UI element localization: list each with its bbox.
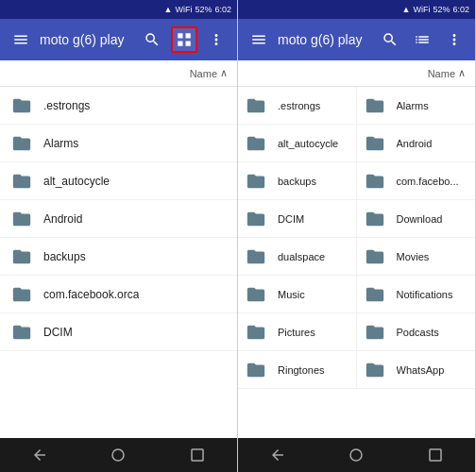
file-name: .estrongs [43,99,90,112]
grid-item[interactable]: Notifications [357,276,476,313]
top-bar-right: moto g(6) play [238,19,475,60]
grid-item[interactable]: WhatsApp [357,351,476,389]
title-left: moto g(6) play [40,32,133,47]
wifi-icon-right: WiFi [413,5,430,14]
signal-icon-left: ▲ [164,5,173,14]
svg-point-0 [112,449,124,461]
search-button-right[interactable] [377,26,403,53]
file-name: Music [278,289,305,300]
status-bar-left: ▲ WiFi 52% 6:02 [0,0,237,19]
battery-right: 52% [433,5,450,14]
status-bar-right: ▲ WiFi 52% 6:02 [238,0,475,19]
svg-point-2 [350,449,362,461]
time-right: 6:02 [452,5,469,14]
file-name: Download [397,213,443,225]
list-item[interactable]: com.facebook.orca [0,276,237,313]
file-name: .estrongs [278,100,320,111]
grid-item[interactable]: Music [238,276,357,313]
grid-item[interactable]: com.facebo... [357,162,476,200]
file-name: alt_autocycle [278,138,338,149]
sort-label-right: Name ∧ [428,67,466,79]
menu-button-left[interactable] [8,26,34,53]
file-name: Alarms [397,100,429,111]
list-item[interactable]: alt_autocycle [0,162,237,200]
file-name: alt_autocycle [43,175,110,188]
svg-rect-1 [192,449,203,461]
file-name: Ringtones [278,364,325,376]
file-name: DCIM [43,326,73,339]
list-item[interactable]: DCIM [0,313,237,351]
top-bar-left: moto g(6) play [0,19,237,60]
file-name: backups [43,250,86,263]
right-panel: ▲ WiFi 52% 6:02 moto g(6) play Name ∧ .e… [238,0,476,472]
sort-label-left: Name ∧ [190,67,228,79]
time-left: 6:02 [214,5,231,14]
file-name: Movies [397,251,430,262]
search-button-left[interactable] [139,26,165,53]
back-button-left[interactable] [11,438,68,472]
file-list-left: .estrongs Alarms alt_autocycle Android b… [0,87,237,438]
sort-header-right[interactable]: Name ∧ [238,60,475,87]
grid-list-right: .estrongs Alarms alt_autocycle Android b… [238,87,475,438]
title-right: moto g(6) play [278,32,371,47]
recent-button-right[interactable] [407,438,464,472]
grid-item[interactable]: .estrongs [238,87,357,125]
bottom-nav-left [0,438,237,472]
svg-rect-3 [430,449,441,461]
wifi-icon-left: WiFi [175,5,192,14]
file-name: Alarms [43,137,78,150]
grid-item[interactable]: Movies [357,238,476,276]
file-name: com.facebook.orca [43,288,139,301]
sort-header-left[interactable]: Name ∧ [0,60,237,87]
grid-item[interactable]: Podcasts [357,313,476,351]
file-name: Android [43,212,82,226]
grid-item[interactable]: Download [357,200,476,238]
file-name: backups [278,176,316,187]
grid-item[interactable]: dualspace [238,238,357,276]
home-button-left[interactable] [90,438,146,472]
file-name: DCIM [278,213,304,225]
left-panel: ▲ WiFi 52% 6:02 moto g(6) play Name ∧ .e… [0,0,238,472]
grid-view-button-left[interactable] [171,26,197,53]
home-button-right[interactable] [328,438,384,472]
file-name: Pictures [278,327,315,338]
battery-left: 52% [195,5,212,14]
more-button-right[interactable] [441,26,468,53]
file-name: com.facebo... [397,176,459,187]
file-name: dualspace [278,251,325,262]
list-item[interactable]: Android [0,200,237,238]
recent-button-left[interactable] [169,438,226,472]
file-name: Podcasts [397,327,439,338]
file-name: WhatsApp [397,364,445,376]
grid-item[interactable]: Alarms [357,87,476,125]
list-item[interactable]: backups [0,238,237,276]
bottom-nav-right [238,438,475,472]
more-button-left[interactable] [203,26,230,53]
grid-item[interactable]: Android [357,125,476,162]
file-name: Android [397,138,433,149]
grid-item[interactable]: Ringtones [238,351,357,389]
list-item[interactable]: Alarms [0,125,237,162]
list-item[interactable]: .estrongs [0,87,237,125]
menu-button-right[interactable] [246,26,272,53]
signal-icon-right: ▲ [402,5,411,14]
back-button-right[interactable] [249,438,306,472]
list-view-button-right[interactable] [409,26,435,53]
grid-item[interactable]: backups [238,162,357,200]
grid-item[interactable]: Pictures [238,313,357,351]
grid-item[interactable]: alt_autocycle [238,125,357,162]
file-name: Notifications [397,289,453,300]
grid-item[interactable]: DCIM [238,200,357,238]
